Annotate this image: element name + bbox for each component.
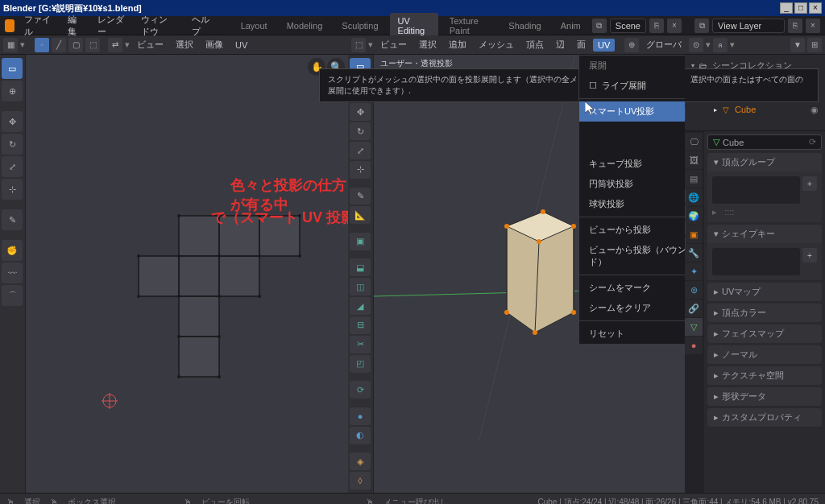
browse-layer-icon[interactable]: ⧉ <box>694 19 709 33</box>
tool-spin[interactable]: ⟳ <box>350 381 371 399</box>
panel-uvmaps[interactable]: ▸UVマップ <box>707 283 822 301</box>
uv-menu-uv[interactable]: UV <box>230 39 252 52</box>
new-scene-icon[interactable]: ⎘ <box>649 19 664 33</box>
panel-texspace[interactable]: ▸テクスチャ空間 <box>707 366 822 385</box>
dropdown-reset[interactable]: リセット <box>579 324 685 344</box>
object-name-field[interactable]: ▽ Cube ⟳ <box>707 134 822 150</box>
tool-measure[interactable]: 📐 <box>350 206 371 224</box>
tool-rip[interactable]: ◊ <box>350 472 371 490</box>
tool-move-3d[interactable]: ✥ <box>350 103 371 121</box>
v3d-menu-face[interactable]: 面 <box>572 37 591 52</box>
dropdown-view-proj-bounds[interactable]: ビューから投影（バウンド） <box>579 240 685 272</box>
editor-type-icon[interactable]: ▦ <box>3 38 18 52</box>
tool-inset[interactable]: ◫ <box>350 278 371 295</box>
uv-menu-select[interactable]: 選択 <box>171 37 198 52</box>
tool-extrude[interactable]: ⬓ <box>350 258 371 276</box>
dropdown-mark-seam[interactable]: シームをマーク <box>579 278 685 298</box>
blender-logo-icon[interactable] <box>5 19 15 32</box>
select-mode-face-icon[interactable]: ▢ <box>68 38 83 52</box>
v3d-menu-vertex[interactable]: 頂点 <box>521 37 549 52</box>
dropdown-live-unwrap[interactable]: ☐ ライブ展開 <box>579 76 685 96</box>
uv-sync-icon[interactable]: ⇄ <box>108 38 122 52</box>
panel-facemaps[interactable]: ▸フェイスマップ <box>707 324 822 343</box>
workspace-sculpting[interactable]: Sculpting <box>334 18 386 34</box>
tool-cursor[interactable]: ⊕ <box>2 81 23 101</box>
workspace-anim[interactable]: Anim <box>553 18 589 34</box>
tool-loopcut[interactable]: ⊟ <box>350 316 371 334</box>
workspace-uv-editing[interactable]: UV Editing <box>390 13 438 39</box>
scene-name[interactable]: Scene <box>610 19 646 33</box>
dropdown-smart-uv[interactable]: スマートUV投影 <box>579 101 685 122</box>
v3d-menu-edge[interactable]: 辺 <box>551 37 570 52</box>
ptab-physics[interactable]: ⊚ <box>685 281 703 299</box>
ptab-constraint[interactable]: 🔗 <box>685 300 703 317</box>
v3d-menu-view[interactable]: ビュー <box>375 37 412 52</box>
panel-geomdata[interactable]: ▸形状データ <box>707 387 822 406</box>
tool-polybuild[interactable]: ◰ <box>350 355 371 373</box>
dropdown-clear-seam[interactable]: シームをクリア <box>579 298 685 318</box>
dropdown-cylinder-proj[interactable]: 円筒状投影 <box>579 174 685 194</box>
panel-normals[interactable]: ▸ノーマル <box>707 345 822 364</box>
panel-custom-props[interactable]: ▸カスタムプロパティ <box>707 408 822 427</box>
tool-shrink[interactable]: ◈ <box>350 452 371 470</box>
new-collection-icon[interactable]: ⊞ <box>807 38 822 52</box>
dropdown-cube-proj[interactable]: キューブ投影 <box>579 154 685 174</box>
maximize-button[interactable]: □ <box>794 2 807 14</box>
browse-scene-icon[interactable]: ⧉ <box>592 19 607 33</box>
view-layer-name[interactable]: View Layer <box>712 19 785 33</box>
tool-rotate[interactable]: ↻ <box>2 134 23 155</box>
tool-transform-3d[interactable]: ⊹ <box>350 161 371 179</box>
eye-icon[interactable]: ◉ <box>810 105 819 115</box>
tool-bevel[interactable]: ◢ <box>350 297 371 315</box>
tool-edge-slide[interactable]: ◐ <box>350 427 371 444</box>
editor-type-3d-icon[interactable]: ⬚ <box>351 38 366 52</box>
viewport-3d[interactable]: ユーザー・透視投影 (1) Cube ✋ 🔍 <box>374 55 685 493</box>
v3d-menu-mesh[interactable]: メッシュ <box>474 37 519 52</box>
orientation-label[interactable]: グローバ <box>641 37 686 52</box>
tool-transform[interactable]: ⊹ <box>2 179 23 200</box>
tool-relax[interactable]: 〰 <box>2 262 23 283</box>
ptab-particle[interactable]: ✦ <box>685 262 703 280</box>
close-button[interactable]: × <box>809 2 822 14</box>
add-sk-button[interactable]: + <box>802 248 817 262</box>
select-mode-island-icon[interactable]: ⬚ <box>85 38 100 52</box>
ptab-mesh-data[interactable]: ▽ <box>685 318 703 336</box>
outliner-cube[interactable]: ▸▽ Cube ◉ <box>688 102 822 117</box>
tool-grab[interactable]: ✊ <box>2 240 23 261</box>
v3d-menu-add[interactable]: 追加 <box>444 37 471 52</box>
v3d-menu-uv[interactable]: UV <box>593 39 615 52</box>
workspace-layout[interactable]: Layout <box>233 18 276 34</box>
dropdown-sphere-proj[interactable]: 球状投影 <box>579 194 685 214</box>
workspace-shading[interactable]: Shading <box>500 18 549 34</box>
tool-move[interactable]: ✥ <box>2 111 23 132</box>
delete-layer-icon[interactable]: × <box>806 19 820 33</box>
tool-add-cube[interactable]: ▣ <box>350 233 371 250</box>
workspace-texture-paint[interactable]: Texture Paint <box>442 13 498 39</box>
dropdown-view-proj[interactable]: ビューから投影 <box>579 220 685 240</box>
snap-icon[interactable]: ⩀ <box>713 38 728 52</box>
panel-head-sk[interactable]: ▾シェイプキー <box>707 225 822 243</box>
add-vg-button[interactable]: + <box>802 176 817 191</box>
tool-scale-3d[interactable]: ⤢ <box>350 142 371 159</box>
ptab-material[interactable]: ● <box>685 337 703 354</box>
tool-rotate-3d[interactable]: ↻ <box>350 122 371 140</box>
new-layer-icon[interactable]: ⎘ <box>788 19 802 33</box>
uv-viewport[interactable]: ✋ 🔍 <box>26 55 348 493</box>
uv-menu-view[interactable]: ビュー <box>132 37 168 52</box>
tool-select-box[interactable]: ▭ <box>2 58 23 79</box>
v3d-menu-select[interactable]: 選択 <box>414 37 442 52</box>
delete-scene-icon[interactable]: × <box>667 19 682 33</box>
filter-icon[interactable]: ▼ <box>790 38 805 52</box>
tool-annotate-3d[interactable]: ✎ <box>350 188 371 205</box>
panel-vertex-colors[interactable]: ▸頂点カラー <box>707 304 822 322</box>
orientation-icon[interactable]: ⊕ <box>624 38 639 52</box>
tool-pinch[interactable]: ⌒ <box>2 285 23 306</box>
tool-smooth[interactable]: ● <box>350 407 371 425</box>
panel-head-vg[interactable]: ▾頂点グループ <box>707 153 822 171</box>
uv-menu-image[interactable]: 画像 <box>201 37 228 52</box>
workspace-modeling[interactable]: Modeling <box>279 18 331 34</box>
tool-knife[interactable]: ✂ <box>350 336 371 353</box>
minimize-button[interactable]: _ <box>780 2 793 14</box>
select-mode-edge-icon[interactable]: ╱ <box>52 38 66 52</box>
select-mode-vertex-icon[interactable]: ▫ <box>35 38 49 52</box>
